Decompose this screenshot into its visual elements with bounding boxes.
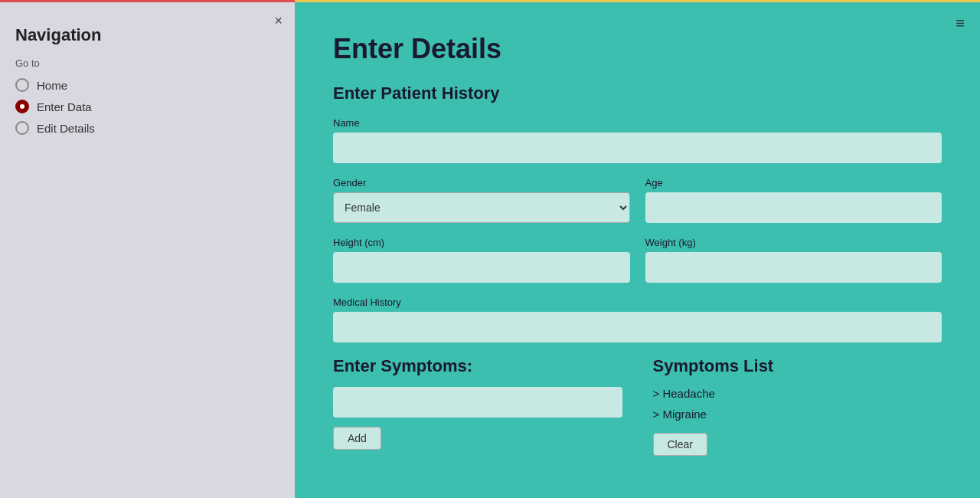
gender-select[interactable]: FemaleMaleOther (333, 192, 630, 223)
sidebar-nav-list: HomeEnter DataEdit Details (15, 78, 279, 135)
sidebar-goto-label: Go to (15, 57, 279, 69)
list-item: Headache (653, 387, 942, 400)
sidebar-item-enter-data[interactable]: Enter Data (15, 100, 279, 113)
patient-history-section-title: Enter Patient History (333, 84, 942, 103)
age-input[interactable] (645, 192, 942, 223)
add-symptom-button[interactable]: Add (333, 427, 381, 450)
nav-item-label: Enter Data (37, 100, 92, 113)
sidebar: × Navigation Go to HomeEnter DataEdit De… (0, 0, 295, 498)
sidebar-title: Navigation (15, 25, 279, 45)
medical-history-field-group: Medical History (333, 297, 942, 342)
sidebar-item-home[interactable]: Home (15, 78, 279, 92)
nav-item-label: Home (37, 79, 67, 92)
radio-circle (15, 78, 29, 92)
height-label: Height (cm) (333, 237, 630, 248)
close-button[interactable]: × (274, 13, 283, 29)
height-input[interactable] (333, 252, 630, 283)
gender-field-group: Gender FemaleMaleOther (333, 177, 630, 223)
name-field-group: Name (333, 117, 942, 163)
name-input[interactable] (333, 133, 942, 163)
height-weight-row: Height (cm) Weight (kg) (333, 237, 942, 297)
name-label: Name (333, 117, 942, 129)
age-label: Age (645, 177, 942, 188)
nav-item-label: Edit Details (37, 122, 95, 135)
medical-history-label: Medical History (333, 297, 942, 308)
radio-circle (15, 121, 29, 135)
list-item: Migraine (653, 408, 942, 421)
symptom-input[interactable] (333, 387, 622, 418)
height-field-group: Height (cm) (333, 237, 630, 283)
gender-age-row: Gender FemaleMaleOther Age (333, 177, 942, 237)
symptoms-input-area: Enter Symptoms: Add (333, 356, 622, 456)
weight-field-group: Weight (kg) (645, 237, 942, 283)
clear-symptoms-button[interactable]: Clear (653, 433, 707, 456)
symptoms-list-area: Symptoms List HeadacheMigraine Clear (653, 356, 942, 456)
symptoms-section: Enter Symptoms: Add Symptoms List Headac… (333, 356, 942, 456)
weight-label: Weight (kg) (645, 237, 942, 248)
hamburger-button[interactable]: ≡ (956, 15, 965, 32)
radio-circle (15, 100, 29, 113)
medical-history-input[interactable] (333, 312, 942, 342)
age-field-group: Age (645, 177, 942, 223)
symptoms-section-title: Enter Symptoms: (333, 356, 622, 376)
gender-label: Gender (333, 177, 630, 188)
page-title: Enter Details (333, 33, 942, 65)
weight-input[interactable] (645, 252, 942, 283)
symptoms-list: HeadacheMigraine (653, 387, 942, 421)
symptoms-list-title: Symptoms List (653, 356, 942, 376)
sidebar-item-edit-details[interactable]: Edit Details (15, 121, 279, 135)
main-content: ≡ Enter Details Enter Patient History Na… (295, 0, 980, 498)
